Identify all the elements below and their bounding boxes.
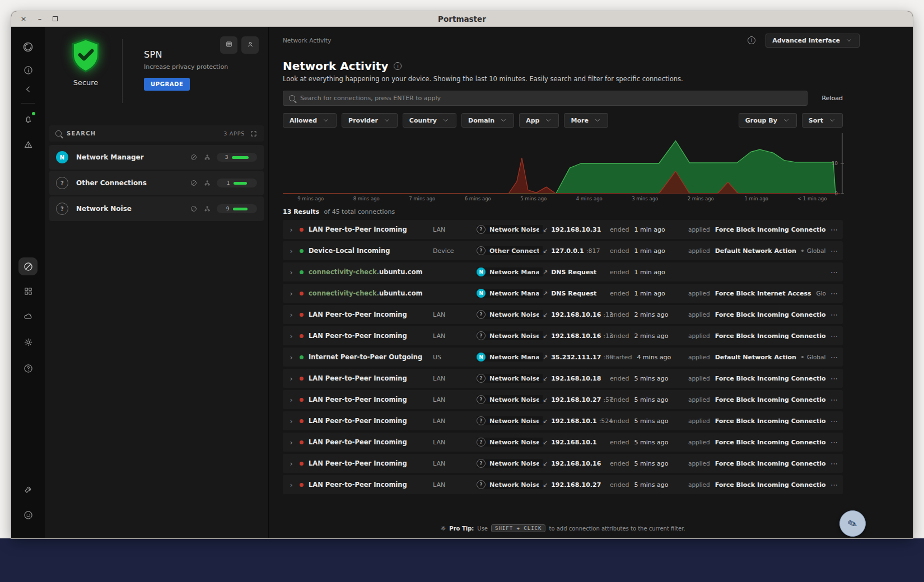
activity-chart: 1009 mins ago8 mins ago7 mins ago6 mins …: [283, 133, 843, 205]
app-search-bar[interactable]: SEARCH 3 APPS: [49, 125, 264, 142]
security-status[interactable]: Secure: [49, 37, 122, 105]
row-menu-icon[interactable]: ⋯: [826, 247, 843, 255]
app-list-item[interactable]: ? Network Noise 9: [49, 196, 264, 221]
news-icon: [225, 40, 233, 50]
connection-row[interactable]: › LAN Peer-to-Peer Incoming LAN ? Networ…: [283, 369, 843, 388]
filter-provider[interactable]: Provider: [342, 113, 398, 128]
interface-select[interactable]: Advanced Interface: [766, 34, 860, 48]
connection-row[interactable]: › connectivity-check.ubuntu.com N Networ…: [283, 262, 843, 281]
connection-row[interactable]: › LAN Peer-to-Peer Incoming LAN ? Networ…: [283, 433, 843, 452]
group-by-select[interactable]: Group By: [739, 113, 797, 128]
results-total: of 45 total connections: [324, 208, 395, 215]
row-menu-icon[interactable]: ⋯: [826, 226, 843, 234]
expand-icon[interactable]: [250, 130, 258, 138]
connection-row[interactable]: › Device-Local Incoming Device ? Other C…: [283, 241, 843, 260]
connection-row[interactable]: › LAN Peer-to-Peer Incoming LAN ? Networ…: [283, 454, 843, 473]
account-button[interactable]: [241, 36, 259, 54]
row-menu-icon[interactable]: ⋯: [826, 438, 843, 447]
notifications-icon[interactable]: [18, 110, 38, 128]
activity-bar: [234, 182, 247, 185]
connection-row[interactable]: › LAN Peer-to-Peer Incoming LAN ? Networ…: [283, 390, 843, 409]
filter-app[interactable]: App: [519, 113, 559, 128]
expand-chevron-icon[interactable]: ›: [283, 247, 300, 255]
row-menu-icon[interactable]: ⋯: [826, 268, 843, 276]
applied-label: applied: [688, 439, 710, 445]
svg-text:2 mins ago: 2 mins ago: [688, 196, 714, 201]
connection-domain-prefix: connectivity-check.: [309, 289, 379, 297]
row-menu-icon[interactable]: ⋯: [826, 332, 843, 340]
expand-chevron-icon[interactable]: ›: [283, 438, 300, 447]
filter-allowed[interactable]: Allowed: [283, 113, 337, 128]
direction-arrow-icon: ↙: [543, 396, 548, 403]
connections-search-input[interactable]: [300, 95, 801, 102]
expand-chevron-icon[interactable]: ›: [283, 459, 300, 468]
connection-row[interactable]: › LAN Peer-to-Peer Incoming LAN ? Networ…: [283, 411, 843, 430]
svg-text:9 mins ago: 9 mins ago: [297, 196, 324, 201]
warning-icon[interactable]: [18, 135, 38, 153]
network-activity-icon[interactable]: [18, 257, 38, 275]
assistant-bubble[interactable]: ✎: [839, 510, 866, 537]
expand-chevron-icon[interactable]: ›: [283, 417, 300, 425]
titlebar: × – Portmaster: [11, 11, 913, 27]
row-menu-icon[interactable]: ⋯: [826, 396, 843, 404]
connection-row[interactable]: › LAN Peer-to-Peer Incoming LAN ? Networ…: [283, 220, 843, 239]
window-title: Portmaster: [11, 15, 913, 24]
expand-chevron-icon[interactable]: ›: [283, 268, 300, 276]
filter-country[interactable]: Country: [403, 113, 456, 128]
row-menu-icon[interactable]: ⋯: [826, 481, 843, 489]
shield-status-label: Secure: [73, 78, 99, 87]
updates-icon[interactable]: [18, 307, 38, 325]
expand-chevron-icon[interactable]: ›: [283, 289, 300, 298]
connection-name: LAN Peer-to-Peer Incoming: [309, 311, 407, 318]
info-icon[interactable]: [18, 61, 38, 79]
apps-icon[interactable]: [18, 282, 38, 300]
sort-select[interactable]: Sort: [802, 113, 843, 128]
direction-arrow-icon: ↙: [543, 460, 548, 467]
connection-row[interactable]: › LAN Peer-to-Peer Incoming LAN ? Networ…: [283, 326, 843, 345]
back-icon[interactable]: [18, 80, 38, 98]
app-list-item[interactable]: N Network Manager 3: [49, 145, 264, 170]
upgrade-button[interactable]: UPGRADE: [144, 78, 190, 91]
tools-icon[interactable]: [18, 480, 38, 498]
app-list-item[interactable]: ? Other Connections 1: [49, 171, 264, 195]
status-dot: [300, 440, 304, 444]
page-info-icon[interactable]: [394, 62, 402, 70]
expand-chevron-icon[interactable]: ›: [283, 353, 300, 362]
filter-domain[interactable]: Domain: [461, 113, 514, 128]
row-menu-icon[interactable]: ⋯: [826, 289, 843, 298]
bullet-icon: [801, 356, 804, 358]
help-icon[interactable]: [18, 359, 38, 377]
row-menu-icon[interactable]: ⋯: [826, 311, 843, 319]
expand-chevron-icon[interactable]: ›: [283, 481, 300, 489]
row-menu-icon[interactable]: ⋯: [826, 417, 843, 425]
status-dot: [300, 483, 304, 487]
expand-chevron-icon[interactable]: ›: [283, 311, 300, 319]
filter-more[interactable]: More: [564, 113, 608, 128]
settings-icon[interactable]: [18, 333, 38, 351]
expand-chevron-icon[interactable]: ›: [283, 396, 300, 404]
search-icon: [55, 130, 62, 137]
sidebar: Secure SPN Increase privacy protection U…: [45, 27, 269, 538]
row-menu-icon[interactable]: ⋯: [826, 459, 843, 468]
direction-arrow-icon: ↙: [543, 439, 548, 446]
support-icon[interactable]: [18, 506, 38, 524]
connection-row[interactable]: › Internet Peer-to-Peer Outgoing US N Ne…: [283, 348, 843, 367]
connection-row[interactable]: › connectivity-check.ubuntu.com N Networ…: [283, 284, 843, 303]
portmaster-logo[interactable]: [18, 38, 38, 56]
connection-row[interactable]: › LAN Peer-to-Peer Incoming LAN ? Networ…: [283, 475, 843, 494]
expand-chevron-icon[interactable]: ›: [283, 332, 300, 340]
news-button[interactable]: [220, 36, 237, 54]
reload-button[interactable]: Reload: [822, 95, 843, 102]
expand-chevron-icon[interactable]: ›: [283, 226, 300, 234]
breadcrumb: Network Activity: [283, 37, 331, 44]
interface-info-icon[interactable]: [748, 36, 755, 44]
protip-bar: ☼ Pro Tip: Use SHIFT + CLICK to add conn…: [283, 519, 843, 538]
expand-chevron-icon[interactable]: ›: [283, 374, 300, 383]
row-menu-icon[interactable]: ⋯: [826, 353, 843, 362]
state-label: ended: [610, 290, 629, 297]
connection-row[interactable]: › LAN Peer-to-Peer Incoming LAN ? Networ…: [283, 305, 843, 324]
icon-rail: [11, 27, 45, 538]
row-menu-icon[interactable]: ⋯: [826, 374, 843, 383]
state-label: started: [610, 354, 632, 361]
connection-scope: US: [433, 354, 477, 361]
